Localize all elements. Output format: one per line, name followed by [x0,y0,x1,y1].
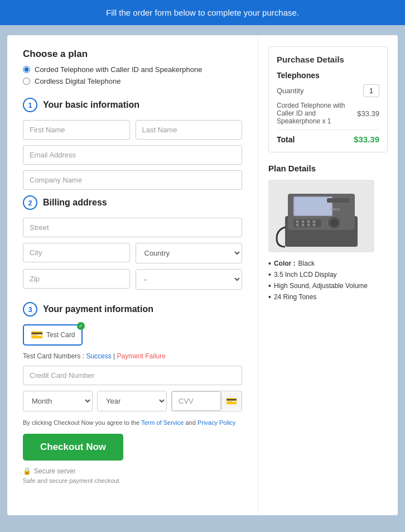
test-card-label: Test Card [46,331,75,339]
feature-3-label: High Sound, Adjustable Volume [274,282,368,290]
feature-4: 24 Ring Tones [268,293,388,301]
basic-info-header: 1 Your basic information [23,98,242,112]
plan-radio-2[interactable] [23,78,30,85]
left-panel: Choose a plan Corded Telephone with Call… [7,35,258,515]
svg-rect-16 [327,198,349,203]
test-card-text: Test Card Numbers : [23,352,86,360]
card-check-icon: ✓ [77,322,85,330]
plan-details-title: Plan Details [268,164,388,173]
feature-3: High Sound, Adjustable Volume [268,281,388,290]
company-group [23,170,242,190]
item-row: Corded Telephone with Caller ID and Spea… [277,102,379,125]
plan-label-2: Cordless Digital Telephone [35,77,120,85]
city-group [23,243,130,263]
svg-point-13 [313,224,316,227]
year-group: Year [97,391,167,411]
cvv-card-icon: 💳 [226,396,237,406]
feature-1: Color : Black [268,259,388,268]
city-input[interactable] [23,243,130,262]
telephones-label: Telephones [277,71,379,80]
item-price: $33.39 [357,109,379,118]
plan-label-1: Corded Telephone with Caller ID and Spea… [35,65,202,74]
first-name-input[interactable] [23,120,130,140]
feature-1-value: Black [298,260,315,267]
secure-server: 🔒 Secure server [23,467,242,475]
step-3-number: 3 [23,302,37,317]
checkout-button[interactable]: Checkout Now [23,434,123,461]
zip-state-row: - [23,269,242,290]
street-group [23,218,242,237]
test-card-option[interactable]: 💳 Test Card ✓ [23,324,83,346]
svg-point-11 [302,224,305,227]
country-select[interactable]: Country [136,243,243,263]
payment-header: 3 Your payment information [23,302,242,317]
terms-and: and [185,419,197,426]
month-group: Month [23,391,93,411]
svg-point-12 [307,224,310,227]
svg-point-7 [302,221,305,223]
purchase-details-title: Purchase Details [277,55,379,64]
country-group: Country [136,243,243,263]
payment-title: Your payment information [43,304,153,314]
step-1-number: 1 [23,98,37,112]
state-group: - [136,269,243,290]
billing-section: 2 Billing address Country [23,195,242,290]
plan-option-1[interactable]: Corded Telephone with Caller ID and Spea… [23,65,242,74]
privacy-link[interactable]: Privacy Policy [197,419,235,426]
top-banner: Fill the order form below to complete yo… [0,0,405,25]
feature-2: 3.5 Inch LCD Display [268,270,388,279]
svg-point-15 [330,219,338,227]
success-link[interactable]: Success [86,352,111,360]
month-select[interactable]: Month [23,391,93,411]
lock-icon: 🔒 [23,467,31,475]
svg-point-8 [307,221,310,223]
credit-card-icon: 💳 [31,329,43,341]
company-input[interactable] [23,170,242,190]
payment-row: Month Year 💳 [23,391,242,411]
feature-4-label: 24 Ring Tones [274,293,317,301]
quantity-label: Quantity [277,87,303,95]
main-container: Choose a plan Corded Telephone with Call… [7,35,398,515]
secure-sub-text: Safe and secure payment checkout. [23,477,242,484]
right-panel: Purchase Details Telephones Quantity 1 C… [258,35,398,515]
plan-radio-1[interactable] [23,66,30,73]
divider [277,130,379,130]
svg-point-6 [296,221,299,223]
year-select[interactable]: Year [97,391,167,411]
cvv-group: 💳 [171,391,242,411]
basic-info-title: Your basic information [43,100,139,110]
svg-point-9 [313,221,316,223]
quantity-row: Quantity 1 [277,84,379,97]
svg-text:cisco: cisco [330,207,340,212]
street-input[interactable] [23,218,242,237]
plan-section-title: Choose a plan [23,49,242,60]
failure-link[interactable]: Payment Failure [117,352,166,360]
plan-details: Plan Details cisco [268,164,388,301]
phone-image: cisco [268,180,374,252]
email-input[interactable] [23,145,242,165]
cc-number-input[interactable] [23,366,242,385]
zip-group [23,269,130,290]
last-name-input[interactable] [136,120,243,140]
total-row: Total $33.39 [277,135,379,144]
plan-option-2[interactable]: Cordless Digital Telephone [23,77,242,85]
feature-2-label: 3.5 Inch LCD Display [274,271,337,279]
plan-features: Color : Black 3.5 Inch LCD Display High … [268,259,388,301]
name-row [23,120,242,140]
first-name-group [23,120,130,140]
city-country-row: Country [23,243,242,263]
billing-title: Billing address [43,198,107,208]
payment-section: 3 Your payment information 💳 Test Card ✓… [23,302,242,484]
cvv-input[interactable] [172,391,221,411]
zip-input[interactable] [23,269,130,289]
svg-point-10 [296,224,299,227]
feature-1-label: Color : [274,260,296,267]
email-group [23,145,242,165]
billing-header: 2 Billing address [23,195,242,210]
terms-before: By clicking Checkout Now you agree to th… [23,419,141,426]
phone-svg: cisco [274,183,369,250]
tos-link[interactable]: Term of Service [141,419,184,426]
total-value: $33.39 [354,135,379,144]
state-select[interactable]: - [136,269,243,290]
terms-text: By clicking Checkout Now you agree to th… [23,419,242,426]
